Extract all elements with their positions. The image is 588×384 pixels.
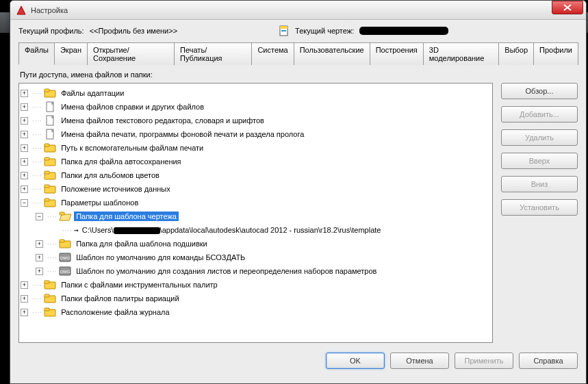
tree-label[interactable]: Имена файлов текстового редактора, слова… xyxy=(59,116,266,125)
expand-icon[interactable]: + xyxy=(36,240,43,248)
section-label: Пути доступа, имена файлов и папки: xyxy=(20,71,576,79)
profile-row: Текущий профиль: <<Профиль без имени>> Т… xyxy=(18,25,578,36)
tree-label[interactable]: Расположение файла журнала xyxy=(59,307,171,317)
tab-0[interactable]: Файлы xyxy=(18,42,55,65)
set-button[interactable]: Установить xyxy=(501,199,578,216)
tree-label[interactable]: Шаблон по умолчанию для создания листов … xyxy=(74,266,379,276)
svg-rect-24 xyxy=(60,240,64,242)
svg-text:DWG: DWG xyxy=(60,256,71,260)
tabs: ФайлыЭкранОткрытие/СохранениеПечать/Публ… xyxy=(18,42,578,65)
expand-icon[interactable]: + xyxy=(21,185,28,193)
tree-node[interactable]: ····→ C:\Users\\appdata\local\autodesk\a… xyxy=(51,223,491,237)
folder-icon xyxy=(44,307,56,318)
tree-node[interactable]: +····DWGШаблон по умолчанию для команды … xyxy=(36,251,491,264)
tab-3[interactable]: Печать/Публикация xyxy=(174,42,252,65)
tree-node[interactable]: +····Папки с файлами инструментальных па… xyxy=(21,278,491,292)
tree-label[interactable]: Папка для файла автосохранения xyxy=(59,157,183,166)
expand-icon[interactable]: + xyxy=(21,90,28,97)
tab-1[interactable]: Экран xyxy=(54,42,88,65)
up-button[interactable]: Вверх xyxy=(501,153,578,169)
expand-icon[interactable]: + xyxy=(21,295,28,303)
tree-label[interactable]: Папка для файла шаблона подшивки xyxy=(74,239,209,248)
tab-6[interactable]: Построения xyxy=(370,42,424,65)
folder-icon xyxy=(44,142,56,153)
tree-node[interactable]: +····Файлы адаптации xyxy=(21,86,491,100)
tree-node[interactable]: +····Положение источников данных xyxy=(21,182,491,196)
tab-4[interactable]: Система xyxy=(251,42,294,65)
collapse-icon[interactable]: − xyxy=(21,199,28,207)
tab-5[interactable]: Пользовательские xyxy=(294,42,370,65)
collapse-icon[interactable]: − xyxy=(36,213,43,220)
folder-icon xyxy=(44,156,56,167)
tree-label[interactable]: Шаблон по умолчанию для команды БСОЗДАТЬ xyxy=(74,253,247,262)
tree-node[interactable]: −····Папка для шаблона чертежа xyxy=(36,209,491,223)
tree-node[interactable]: +····Расположение файла журнала xyxy=(21,305,491,319)
tree-label[interactable]: Файлы адаптации xyxy=(59,88,126,98)
file-icon xyxy=(44,115,56,126)
browse-button[interactable]: Обзор... xyxy=(501,83,578,99)
current-profile-label: Текущий профиль: xyxy=(18,27,84,35)
titlebar[interactable]: Настройка xyxy=(10,1,586,20)
tree-label[interactable]: Параметры шаблонов xyxy=(59,198,140,207)
tab-7[interactable]: 3D моделирование xyxy=(423,42,500,65)
tree-path: C:\Users\\appdata\local\autodesk\autocad… xyxy=(80,225,383,235)
tree-node[interactable]: +····DWGШаблон по умолчанию для создания… xyxy=(36,264,491,278)
tree-node[interactable]: −····Параметры шаблонов xyxy=(21,196,491,209)
close-button[interactable] xyxy=(552,1,583,14)
svg-rect-14 xyxy=(44,157,49,160)
apply-button[interactable]: Применить xyxy=(455,353,513,369)
settings-window: Настройка Текущий профиль: <<Профиль без… xyxy=(10,0,587,384)
bottom-buttons: OK Отмена Применить Справка xyxy=(18,353,578,369)
help-button[interactable]: Справка xyxy=(519,353,578,369)
tree-node[interactable]: +····Папка для файла автосохранения xyxy=(21,155,491,168)
tree-label[interactable]: Папки файлов палитры вариаций xyxy=(59,294,181,303)
svg-rect-16 xyxy=(44,171,49,174)
expand-icon[interactable]: + xyxy=(21,117,28,125)
folder-icon xyxy=(44,170,56,181)
expand-icon[interactable]: + xyxy=(36,254,43,261)
expand-icon[interactable]: + xyxy=(36,268,43,275)
tree-node[interactable]: +····Имена файлов текстового редактора, … xyxy=(21,114,491,127)
tree-node[interactable]: +····Имена файла печати, программы фонов… xyxy=(21,127,491,141)
tree-node[interactable]: +····Имена файлов справки и других файло… xyxy=(21,100,491,114)
svg-rect-12 xyxy=(44,144,49,146)
folder-open-icon xyxy=(59,211,71,222)
tree-label[interactable]: Положение источников данных xyxy=(59,184,172,194)
ok-button[interactable]: OK xyxy=(326,353,385,369)
tab-8[interactable]: Выбор xyxy=(498,42,534,65)
tree-label[interactable]: Имена файла печати, программы фоновой пе… xyxy=(59,129,306,139)
dwg-icon: DWG xyxy=(59,252,71,263)
delete-button[interactable]: Удалить xyxy=(501,129,578,146)
add-button[interactable]: Добавить... xyxy=(501,106,578,123)
tree-label[interactable]: Папка для шаблона чертежа xyxy=(74,212,179,221)
svg-rect-30 xyxy=(44,281,49,283)
svg-marker-0 xyxy=(17,6,25,14)
tab-2[interactable]: Открытие/Сохранение xyxy=(87,42,175,65)
expand-icon[interactable]: + xyxy=(21,131,28,138)
dwg-icon: DWG xyxy=(59,266,71,277)
tree-label[interactable]: Путь к вспомогательным файлам печати xyxy=(59,143,205,153)
tree-node[interactable]: +····Путь к вспомогательным файлам печат… xyxy=(21,141,491,155)
expand-icon[interactable]: + xyxy=(21,281,28,289)
current-profile-value: <<Профиль без имени>> xyxy=(90,27,177,35)
expand-icon[interactable]: + xyxy=(21,144,28,152)
tree-label[interactable]: Имена файлов справки и других файлов xyxy=(59,102,206,112)
expand-icon[interactable]: + xyxy=(21,172,28,179)
tree-node[interactable]: +····Папки файлов палитры вариаций xyxy=(21,292,491,305)
expand-icon[interactable]: + xyxy=(21,103,28,111)
tree-label[interactable]: Папки с файлами инструментальных палитр xyxy=(59,280,220,290)
tree-label[interactable]: Папки для альбомов цветов xyxy=(59,170,162,180)
tree-view[interactable]: +····Файлы адаптации+····Имена файлов сп… xyxy=(18,83,493,343)
expand-icon[interactable]: + xyxy=(21,309,28,316)
tree-node[interactable]: +····Папка для файла шаблона подшивки xyxy=(36,237,491,251)
down-button[interactable]: Вниз xyxy=(501,176,578,192)
tree-node[interactable]: +····Папки для альбомов цветов xyxy=(21,168,491,182)
folder-icon xyxy=(59,238,71,249)
folder-icon xyxy=(44,88,56,99)
cancel-button[interactable]: Отмена xyxy=(390,353,449,369)
side-buttons: Обзор... Добавить... Удалить Вверх Вниз … xyxy=(501,83,578,343)
expand-icon[interactable]: + xyxy=(21,158,28,166)
file-icon xyxy=(44,101,56,112)
app-icon xyxy=(16,5,27,16)
tab-9[interactable]: Профили xyxy=(533,42,578,65)
